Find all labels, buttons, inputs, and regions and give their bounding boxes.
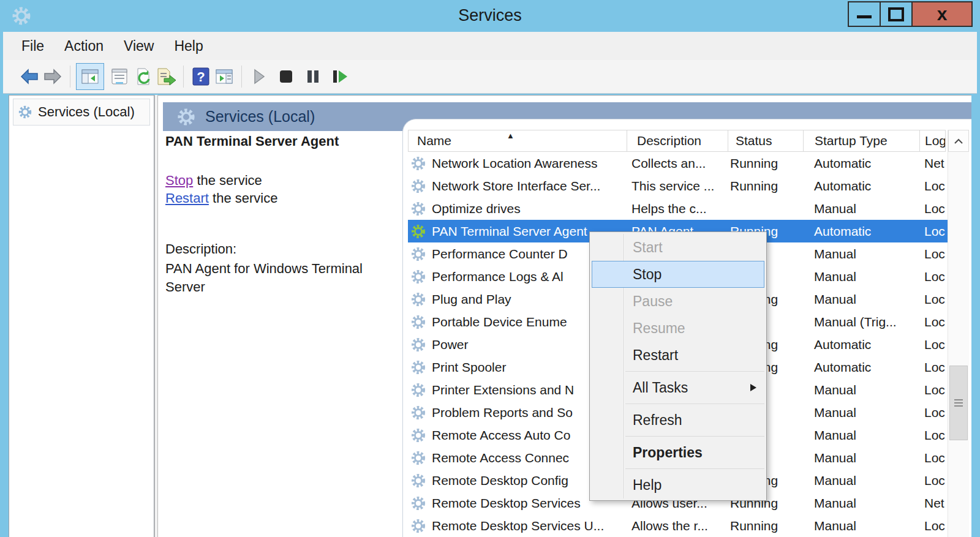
maximize-icon bbox=[888, 7, 904, 21]
back-button[interactable] bbox=[18, 64, 41, 89]
context-menu-item-refresh[interactable]: Refresh bbox=[590, 407, 766, 434]
forward-arrow-icon bbox=[43, 67, 62, 86]
scroll-thumb-grip bbox=[954, 399, 963, 407]
service-gear-icon bbox=[410, 427, 426, 443]
show-action-pane-button[interactable] bbox=[213, 64, 236, 89]
service-gear-icon bbox=[410, 223, 426, 239]
service-description: PAN Agent for Windows Terminal Server bbox=[165, 260, 383, 296]
scroll-up-button[interactable] bbox=[948, 130, 969, 152]
restart-service-button[interactable] bbox=[328, 64, 352, 89]
context-menu-item-stop[interactable]: Stop bbox=[592, 261, 764, 288]
context-menu-item-help[interactable]: Help bbox=[590, 471, 766, 498]
service-gear-icon bbox=[410, 269, 426, 285]
service-gear-icon bbox=[410, 518, 426, 534]
svg-text:?: ? bbox=[197, 69, 205, 84]
pause-icon bbox=[306, 69, 320, 84]
service-gear-icon bbox=[410, 156, 426, 171]
help-icon: ? bbox=[192, 67, 210, 86]
service-gear-icon bbox=[410, 314, 426, 330]
back-arrow-icon bbox=[20, 67, 39, 86]
service-gear-icon bbox=[410, 337, 426, 353]
maximize-button[interactable] bbox=[880, 1, 913, 27]
menu-view[interactable]: View bbox=[124, 38, 154, 54]
services-header-icon bbox=[176, 107, 196, 127]
console-tree-icon bbox=[80, 67, 100, 86]
stop-link-suffix: the service bbox=[193, 173, 262, 188]
tree-item-services-local[interactable]: Services (Local) bbox=[13, 99, 150, 126]
service-gear-icon bbox=[410, 178, 426, 194]
context-menu-item-start: Start bbox=[590, 234, 766, 261]
properties-icon bbox=[110, 67, 129, 86]
service-task-links: Stop the service Restart the service bbox=[165, 171, 277, 207]
column-header-name[interactable]: Name ▲ bbox=[409, 130, 627, 151]
start-icon bbox=[252, 69, 266, 84]
table-row[interactable]: Network Store Interface Ser... This serv… bbox=[408, 175, 948, 197]
column-header-status[interactable]: Status bbox=[728, 130, 804, 151]
services-window: Services x File Action View Help bbox=[0, 0, 980, 537]
menu-help[interactable]: Help bbox=[174, 38, 203, 54]
console-tree-panel: Services (Local) bbox=[9, 95, 154, 537]
stop-service-link[interactable]: Stop bbox=[165, 173, 193, 188]
description-label: Description: bbox=[165, 241, 236, 257]
context-menu-item-resume: Resume bbox=[590, 315, 766, 342]
service-gear-icon bbox=[410, 473, 426, 489]
selected-service-name: PAN Terminal Server Agent bbox=[165, 133, 339, 149]
context-menu-separator bbox=[590, 434, 766, 439]
service-gear-icon bbox=[410, 291, 426, 307]
minimize-icon bbox=[857, 15, 872, 18]
list-header-row: Name ▲ Description Status Startup Type L… bbox=[408, 130, 946, 152]
refresh-icon bbox=[133, 67, 153, 86]
context-menu-item-restart[interactable]: Restart bbox=[590, 342, 766, 369]
window-controls: x bbox=[849, 1, 973, 27]
scroll-thumb[interactable] bbox=[949, 366, 968, 440]
submenu-arrow-icon bbox=[750, 384, 756, 391]
tree-item-label: Services (Local) bbox=[38, 104, 135, 120]
minimize-button[interactable] bbox=[848, 1, 881, 27]
toolbar: ? bbox=[3, 60, 977, 94]
export-list-icon bbox=[156, 67, 176, 86]
menu-file[interactable]: File bbox=[21, 38, 44, 54]
vertical-scrollbar[interactable] bbox=[948, 130, 969, 537]
window-title: Services bbox=[0, 0, 980, 32]
services-node-icon bbox=[18, 105, 32, 119]
service-gear-icon bbox=[410, 359, 426, 375]
forward-button[interactable] bbox=[41, 64, 64, 89]
extended-pane-title: Services (Local) bbox=[205, 108, 315, 126]
context-menu-separator bbox=[590, 401, 766, 407]
action-pane-icon bbox=[214, 67, 234, 86]
menu-action[interactable]: Action bbox=[64, 38, 104, 54]
help-button[interactable]: ? bbox=[189, 64, 213, 89]
show-console-tree-button[interactable] bbox=[76, 63, 104, 90]
export-list-button[interactable] bbox=[154, 64, 178, 89]
column-header-log-on-as[interactable]: Log bbox=[920, 130, 945, 151]
sort-ascending-icon: ▲ bbox=[507, 131, 514, 140]
table-row[interactable]: Network Location Awareness Collects an..… bbox=[408, 152, 948, 175]
properties-button[interactable] bbox=[108, 64, 131, 89]
context-menu-item-properties[interactable]: Properties bbox=[590, 439, 766, 466]
title-bar: Services x bbox=[0, 0, 980, 32]
start-service-button[interactable] bbox=[247, 64, 271, 89]
restart-service-link[interactable]: Restart bbox=[165, 190, 209, 206]
context-menu-item-pause: Pause bbox=[590, 288, 766, 315]
column-header-startup-type[interactable]: Startup Type bbox=[804, 130, 920, 151]
restart-icon bbox=[331, 69, 349, 84]
toolbar-separator bbox=[183, 66, 184, 88]
context-menu-separator bbox=[590, 369, 766, 374]
service-gear-icon bbox=[410, 382, 426, 398]
refresh-button[interactable] bbox=[131, 64, 154, 89]
stop-service-button[interactable] bbox=[274, 64, 298, 89]
pause-service-button[interactable] bbox=[301, 64, 325, 89]
toolbar-separator bbox=[70, 66, 70, 88]
toolbar-separator bbox=[241, 66, 242, 88]
close-button[interactable]: x bbox=[911, 1, 973, 27]
chevron-up-icon bbox=[954, 138, 963, 144]
table-row[interactable]: Remote Desktop Services U... Allows the … bbox=[408, 514, 948, 537]
menu-bar: File Action View Help bbox=[3, 32, 977, 61]
context-menu-item-all-tasks[interactable]: All Tasks bbox=[590, 374, 766, 401]
context-menu: StartStopPauseResumeRestartAll TasksRefr… bbox=[589, 231, 767, 501]
restart-link-suffix: the service bbox=[209, 190, 278, 206]
service-gear-icon bbox=[410, 450, 426, 466]
column-header-description[interactable]: Description bbox=[627, 130, 728, 151]
stop-icon bbox=[279, 69, 293, 84]
table-row[interactable]: Optimize drives Helps the c... Manual Lo… bbox=[408, 197, 948, 220]
